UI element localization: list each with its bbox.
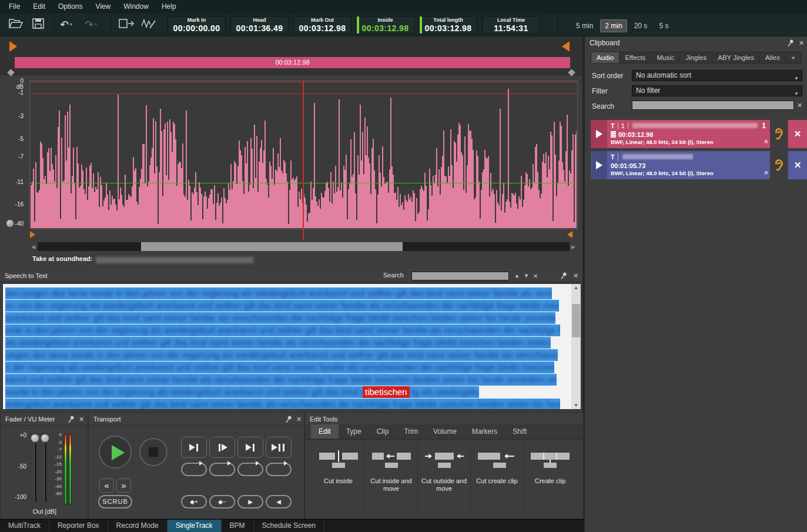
entry-remove-button[interactable]: ✕ xyxy=(788,120,807,148)
menu-item-view[interactable]: View xyxy=(89,0,117,14)
zoom-20-s[interactable]: 20 s xyxy=(629,19,652,32)
save-icon[interactable] xyxy=(32,18,45,32)
close-icon[interactable]: ✕ xyxy=(573,269,578,282)
pin-icon[interactable] xyxy=(787,39,794,48)
skip-forward-button[interactable]: » xyxy=(116,479,131,493)
redo-button[interactable]: ↷▾ xyxy=(85,18,97,32)
loop-button-1[interactable] xyxy=(181,463,207,476)
menu-item-edit[interactable]: Edit xyxy=(26,0,52,14)
cut-inside-and-move-button[interactable]: Cut inside and move xyxy=(365,443,418,515)
entry-play-button[interactable] xyxy=(591,151,607,179)
bottom-right-marker-icon[interactable] xyxy=(567,231,572,238)
workspace-tab-record-mode[interactable]: Record Mode xyxy=(108,520,168,532)
clipboard-tab-alles[interactable]: Alles xyxy=(760,52,786,63)
speech-text-area[interactable]: den jungen des lama wurde in den jahren … xyxy=(2,283,581,410)
edit-tab-trim[interactable]: Trim xyxy=(396,424,426,439)
cut-inside-button[interactable]: Cut inside xyxy=(312,443,365,515)
overview-selection-bar[interactable]: 00:03:12.98 xyxy=(15,57,570,68)
edit-tab-shift[interactable]: Shift xyxy=(505,424,534,439)
pin-icon[interactable] xyxy=(560,272,567,280)
scroll-left-icon[interactable]: ◀ xyxy=(31,243,35,251)
loop-button-2[interactable] xyxy=(209,463,235,476)
play-button[interactable] xyxy=(99,436,132,469)
cut-outside-and-move-button[interactable]: Cut outside and move xyxy=(418,443,471,515)
search-next-icon[interactable]: ▼ xyxy=(524,273,529,279)
scroll-down-icon[interactable]: ▼ xyxy=(571,403,581,408)
clipboard-tab-jingles[interactable]: Jingles xyxy=(680,52,712,63)
mark-out-flag-icon[interactable] xyxy=(562,41,570,52)
stop-button[interactable] xyxy=(139,438,168,466)
collapse-chevrons-icon[interactable]: » xyxy=(762,171,770,175)
edit-tab-markers[interactable]: Markers xyxy=(464,424,505,439)
menu-item-file[interactable]: File xyxy=(2,0,26,14)
add-marker-button[interactable]: ◆+ xyxy=(181,495,207,508)
play-to-mark-button[interactable] xyxy=(181,437,207,458)
bottom-left-marker-icon[interactable] xyxy=(30,231,35,238)
entry-play-button[interactable] xyxy=(591,120,607,148)
open-folder-icon[interactable] xyxy=(8,18,24,32)
cut-create-clip-button[interactable]: Cut create clip xyxy=(471,443,524,515)
clipboard-entry-2[interactable]: T 00:01:05.73 BWF, Linear; 48.0 kHz, 24 … xyxy=(591,151,807,179)
search-clear-icon[interactable]: ✕ xyxy=(797,99,802,112)
play-from-mark-button[interactable] xyxy=(209,437,235,458)
clipboard-tab-[interactable]: + xyxy=(786,52,801,63)
speech-scroll-thumb[interactable] xyxy=(572,304,580,337)
search-prev-icon[interactable]: ▲ xyxy=(514,273,520,279)
create-clip-button[interactable]: Create clip xyxy=(524,443,577,515)
fader-track[interactable] xyxy=(34,436,36,502)
export-icon[interactable] xyxy=(119,18,134,32)
play-pause-button[interactable] xyxy=(266,437,292,458)
prev-marker-button[interactable]: ◀ xyxy=(266,495,292,508)
sort-order-dropdown[interactable]: No automatic sort▼ xyxy=(632,70,802,81)
search-clear-icon[interactable]: ✕ xyxy=(533,273,538,279)
loop-button-4[interactable] xyxy=(266,463,292,476)
menu-item-window[interactable]: Window xyxy=(117,0,155,14)
scroll-up-icon[interactable]: ▲ xyxy=(571,285,581,290)
edit-tab-volume[interactable]: Volume xyxy=(426,424,464,439)
play-over-mark-button[interactable] xyxy=(237,437,263,458)
pin-icon[interactable] xyxy=(68,415,75,424)
clipboard-search-input[interactable] xyxy=(632,101,794,110)
close-icon[interactable]: ✕ xyxy=(79,413,84,426)
clipboard-tab-effects[interactable]: Effects xyxy=(620,52,651,63)
close-icon[interactable]: ✕ xyxy=(799,36,804,49)
workspace-tab-multitrack[interactable]: MultiTrack xyxy=(0,520,49,532)
zoom-2-min[interactable]: 2 min xyxy=(600,19,627,32)
clipboard-tab-aby-jingles[interactable]: ABY Jingles xyxy=(712,52,760,63)
fader-knob-left[interactable] xyxy=(31,434,39,443)
workspace-tab-reporter-box[interactable]: Reporter Box xyxy=(49,520,108,532)
scroll-right-icon[interactable]: ▶ xyxy=(571,243,575,251)
remove-marker-button[interactable]: ◆− xyxy=(209,495,235,508)
menu-item-help[interactable]: Help xyxy=(155,0,183,14)
edit-tab-clip[interactable]: Clip xyxy=(369,424,397,439)
close-icon[interactable]: ✕ xyxy=(296,413,302,426)
zoom-5-min[interactable]: 5 min xyxy=(571,19,598,32)
waveform-scrollbar[interactable] xyxy=(38,242,570,251)
loop-button-3[interactable] xyxy=(237,463,263,476)
menu-item-options[interactable]: Options xyxy=(52,0,89,14)
clipboard-entry-1[interactable]: T 1 1 00:03:12.98 BWF, Linear; 48.0 kHz,… xyxy=(591,120,807,148)
prelisten-button[interactable] xyxy=(770,151,788,179)
mark-in-flag-icon[interactable] xyxy=(9,41,17,52)
waveform-scroll-thumb[interactable] xyxy=(141,242,403,251)
prelisten-button[interactable] xyxy=(770,120,788,148)
workspace-tab-schedule-screen[interactable]: Schedule Screen xyxy=(254,520,324,532)
fader-track[interactable] xyxy=(44,436,46,502)
workspace-tab-singletrack[interactable]: SingleTrack xyxy=(168,520,222,532)
fader-knob-right[interactable] xyxy=(41,434,49,443)
clipboard-tab-audio[interactable]: Audio xyxy=(591,52,620,63)
skip-back-button[interactable]: « xyxy=(99,479,114,493)
next-marker-button[interactable]: ▶ xyxy=(237,495,263,508)
waveform-edit-icon[interactable] xyxy=(141,18,156,32)
edit-tab-edit[interactable]: Edit xyxy=(311,424,339,439)
edit-tab-type[interactable]: Type xyxy=(339,424,369,439)
workspace-tab-bpm[interactable]: BPM xyxy=(222,520,254,532)
undo-button[interactable]: ↶▾ xyxy=(60,18,72,32)
entry-remove-button[interactable]: ✕ xyxy=(788,151,807,179)
collapse-chevrons-icon[interactable]: » xyxy=(762,140,770,144)
zoom-5-s[interactable]: 5 s xyxy=(654,19,673,32)
speech-scrollbar[interactable]: ▲ ▼ xyxy=(571,284,581,409)
clipboard-tab-music[interactable]: Music xyxy=(651,52,680,63)
scrub-button[interactable]: SCRUB xyxy=(98,495,132,508)
ruler-knob[interactable] xyxy=(6,219,14,227)
